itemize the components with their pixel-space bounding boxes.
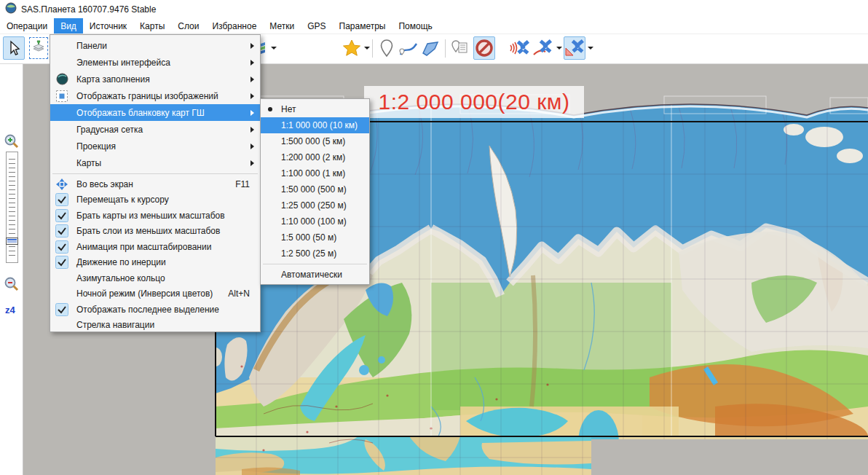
toolbar-separator <box>445 39 446 58</box>
favorites-button[interactable] <box>341 36 363 60</box>
submenu-item-automatic[interactable]: Автоматически <box>261 267 369 283</box>
menubar-item-favorites[interactable]: Избранное <box>205 18 263 34</box>
submenu-arrow-icon <box>250 144 254 149</box>
menubar-item-view[interactable]: Вид <box>54 18 83 34</box>
submenu-item-1-1000000[interactable]: 1:1 000 000 (10 км) <box>261 117 369 133</box>
satellite-signal-icon <box>508 39 530 58</box>
submenu-item-1-2500[interactable]: 1:2 500 (25 м) <box>261 246 369 262</box>
menu-item-maps-from-smaller-scales[interactable]: Брать карты из меньших масштабов <box>50 208 260 224</box>
menubar-item-operations[interactable]: Операции <box>0 18 54 34</box>
prohibition-icon <box>475 39 494 58</box>
partial-dropdown-arrow[interactable] <box>271 47 277 50</box>
menubar-item-source[interactable]: Источник <box>83 18 133 34</box>
menu-item-night-mode[interactable]: Ночной режим (Инверсия цветов) Alt+N <box>50 286 260 302</box>
zoom-slider-thumb[interactable] <box>6 238 18 245</box>
gps-track-button[interactable] <box>532 36 554 60</box>
submenu-arrow-icon <box>250 110 254 116</box>
menu-item-zoom-animation[interactable]: Анимация при масштабировании <box>50 239 260 255</box>
gsh-scale-overlay-label: 1:2 000 000(20 км) <box>364 86 584 118</box>
submenu-item-1-500000[interactable]: 1:500 000 (5 км) <box>261 133 369 149</box>
menubar-item-gps[interactable]: GPS <box>301 18 332 34</box>
favorites-dropdown-arrow[interactable] <box>364 47 370 50</box>
submenu-arrow-icon <box>250 76 254 82</box>
menu-item-azimuth-ring[interactable]: Азимутальное кольцо <box>50 270 260 286</box>
menu-item-show-genshtab-blanking[interactable]: Отображать бланковку карт ГШ <box>50 104 260 121</box>
menubar-item-layers[interactable]: Слои <box>171 18 205 34</box>
submenu-item-1-10000[interactable]: 1:10 000 (100 м) <box>261 213 369 229</box>
submenu-arrow-icon <box>250 43 254 49</box>
submenu-arrow-icon <box>250 93 254 99</box>
menu-item-maps[interactable]: Карты <box>50 154 260 171</box>
menubar-item-help[interactable]: Помощь <box>392 18 438 34</box>
menu-item-projection[interactable]: Проекция <box>50 138 260 154</box>
gps-track-dropdown-arrow[interactable] <box>556 47 562 50</box>
menu-item-move-to-cursor[interactable]: Перемещать к курсору <box>50 192 260 208</box>
layers-stack-icon <box>29 37 48 59</box>
selection-manager-button[interactable] <box>28 36 50 60</box>
placemark-list-icon <box>450 39 469 58</box>
gps-connect-button[interactable] <box>508 36 530 60</box>
submenu-arrow-icon <box>250 160 254 166</box>
menu-item-navigation-arrow[interactable]: Стрелка навигации <box>50 318 260 334</box>
menu-item-show-image-bounds[interactable]: Отображать границы изображений <box>50 87 260 104</box>
zoom-panel: z4 <box>0 64 23 475</box>
placemark-icon <box>379 39 395 58</box>
title-bar: SAS.Планета 160707.9476 Stable <box>0 0 868 18</box>
add-placemark-button[interactable] <box>376 36 398 60</box>
radio-selected-icon <box>268 107 272 111</box>
zoom-slider[interactable] <box>6 152 18 263</box>
menu-item-degree-grid[interactable]: Градусная сетка <box>50 121 260 138</box>
zoom-in-button[interactable] <box>3 133 20 150</box>
menubar-item-marks[interactable]: Метки <box>263 18 301 34</box>
submenu-item-1-200000[interactable]: 1:200 000 (2 км) <box>261 149 369 165</box>
submenu-item-none[interactable]: Нет <box>261 101 369 117</box>
submenu-item-1-25000[interactable]: 1:25 000 (250 м) <box>261 197 369 213</box>
genshtab-scale-submenu: Нет 1:1 000 000 (10 км) 1:500 000 (5 км)… <box>260 98 370 285</box>
checkmark-icon <box>55 208 69 223</box>
magnifier-plus-icon <box>4 133 20 149</box>
checkmark-icon <box>55 240 69 254</box>
menu-item-interface-elements[interactable]: Элементы интерфейса <box>50 54 260 71</box>
shortcut-label: F11 <box>235 179 254 189</box>
menu-separator <box>263 264 367 264</box>
select-cursor-button[interactable] <box>3 36 25 60</box>
placemark-manager-button[interactable] <box>449 36 470 60</box>
menu-item-inertial-movement[interactable]: Движение по инерции <box>50 255 260 271</box>
gps-follow-button[interactable] <box>564 36 585 60</box>
submenu-item-1-100000[interactable]: 1:100 000 (1 км) <box>261 165 369 181</box>
add-path-button[interactable] <box>398 36 419 60</box>
magnifier-minus-icon <box>4 276 20 292</box>
path-icon <box>398 39 419 57</box>
shortcut-label: Alt+N <box>228 288 254 299</box>
menu-item-panels[interactable]: Панели <box>50 37 260 54</box>
menubar-item-maps[interactable]: Карты <box>133 18 171 34</box>
polygon-icon <box>420 39 441 57</box>
submenu-arrow-icon <box>250 60 254 66</box>
checkmark-icon <box>55 302 69 317</box>
fullscreen-icon <box>55 177 69 192</box>
star-icon <box>342 39 361 58</box>
add-polygon-button[interactable] <box>419 36 441 60</box>
globe-app-icon <box>5 2 17 16</box>
toolbar-separator <box>372 39 373 58</box>
menu-bar: Операции Вид Источник Карты Слои Избранн… <box>0 18 868 34</box>
view-menu-popup: Панели Элементы интерфейса Карта заполне… <box>50 34 261 332</box>
window-title: SAS.Планета 160707.9476 Stable <box>21 4 156 15</box>
checkmark-icon <box>55 255 69 270</box>
menubar-item-settings[interactable]: Параметры <box>333 18 392 34</box>
gps-follow-dropdown-arrow[interactable] <box>588 47 593 50</box>
submenu-arrow-icon <box>250 127 254 133</box>
checkmark-icon <box>55 224 69 238</box>
image-bounds-icon <box>55 89 69 103</box>
submenu-item-1-5000[interactable]: 1:5 000 (50 м) <box>261 229 369 246</box>
menu-item-fill-map[interactable]: Карта заполнения <box>50 71 260 87</box>
menu-separator <box>52 173 258 174</box>
submenu-item-1-50000[interactable]: 1:50 000 (500 м) <box>261 181 369 197</box>
globe-icon <box>55 72 69 87</box>
hide-marks-button[interactable] <box>473 36 495 60</box>
menu-item-layers-from-smaller-scales[interactable]: Брать слои из меньших масштабов <box>50 224 260 240</box>
zoom-out-button[interactable] <box>3 275 20 293</box>
cursor-arrow-icon <box>7 40 21 56</box>
menu-item-fullscreen[interactable]: Во весь экран F11 <box>50 176 260 192</box>
menu-item-show-last-selection[interactable]: Отображать последнее выделение <box>50 302 260 318</box>
